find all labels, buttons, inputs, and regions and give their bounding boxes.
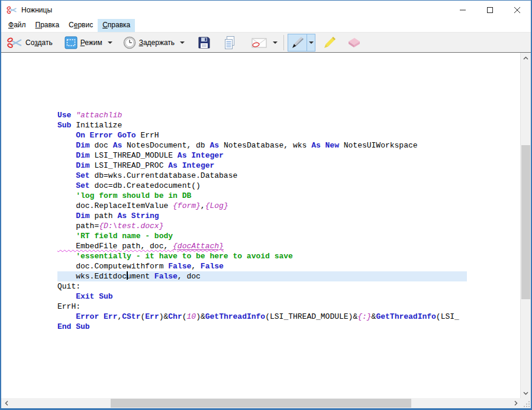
resize-grip-icon	[523, 401, 531, 408]
scroll-left-button[interactable]	[1, 398, 11, 408]
pen-button[interactable]	[288, 34, 307, 52]
horizontal-scroll-thumb[interactable]	[111, 399, 411, 408]
title-bar: Ножницы	[1, 1, 531, 19]
scissors-icon	[7, 36, 22, 50]
pen-tool-group	[288, 34, 315, 52]
toolbar: Создать Режим Задержать	[1, 32, 531, 53]
eraser-icon	[346, 36, 362, 49]
scroll-up-button[interactable]	[521, 53, 531, 63]
menu-tools[interactable]: Сервис	[64, 19, 98, 32]
horizontal-scrollbar-row	[1, 398, 531, 408]
code-line: doc.ReplaceItemValue {form},{Log}	[57, 201, 520, 211]
email-icon	[251, 36, 267, 50]
mode-dropdown-arrow[interactable]	[108, 41, 112, 44]
window-controls	[449, 1, 531, 19]
menu-help[interactable]: Справка	[98, 19, 135, 32]
snipping-tool-window: Ножницы Файл Правка Сервис Справка	[0, 0, 532, 410]
copy-button[interactable]	[220, 34, 239, 52]
email-dropdown-arrow[interactable]	[273, 41, 278, 44]
code-line: Set db=wks.Currentdatabase.Database	[57, 171, 520, 181]
mode-button[interactable]: Режим	[62, 34, 115, 51]
email-button[interactable]	[249, 34, 280, 52]
pen-dropdown-button[interactable]	[307, 34, 315, 52]
highlighter-icon	[323, 36, 337, 50]
save-icon	[198, 36, 211, 49]
code-line: Dim LSI_THREAD_PROC As Integer	[57, 161, 520, 171]
scroll-down-button[interactable]	[521, 388, 531, 398]
content-row: Use "attachlibSub Initialize On Error Go…	[1, 53, 531, 398]
horizontal-scroll-track[interactable]	[11, 398, 511, 408]
close-icon	[514, 7, 521, 14]
eraser-button[interactable]	[344, 34, 364, 51]
code-line: ErrH:	[57, 302, 520, 312]
code-line: 'essentially - it have to be here to avo…	[57, 251, 520, 261]
menu-bar: Файл Правка Сервис Справка	[1, 19, 531, 32]
mode-label: Режим	[80, 39, 102, 47]
highlighter-button[interactable]	[320, 34, 339, 52]
chevron-right-icon	[514, 401, 518, 406]
clock-icon	[123, 36, 136, 49]
mode-icon	[65, 36, 78, 49]
code-line: Sub Initialize	[57, 120, 520, 130]
save-button[interactable]	[195, 34, 213, 51]
resize-grip[interactable]	[521, 398, 531, 408]
minimize-button[interactable]	[449, 1, 476, 19]
delay-label: Задержать	[139, 39, 175, 47]
captured-code: Use "attachlibSub Initialize On Error Go…	[1, 53, 520, 332]
code-line: End Sub	[57, 322, 520, 332]
copy-icon	[223, 36, 237, 50]
code-line: Set doc=db.Createdocument()	[57, 181, 520, 191]
pen-dropdown-arrow	[309, 41, 314, 44]
snip-canvas[interactable]: Use "attachlibSub Initialize On Error Go…	[1, 53, 520, 398]
minimize-icon	[459, 7, 466, 14]
toolbar-separator	[283, 35, 284, 50]
pen-icon	[291, 36, 305, 50]
menu-edit[interactable]: Правка	[31, 19, 65, 32]
maximize-icon	[486, 7, 494, 14]
code-line: Use "attachlib	[57, 110, 520, 120]
code-line: Dim path As String	[57, 211, 520, 221]
close-button[interactable]	[504, 1, 531, 19]
window-title: Ножницы	[21, 6, 52, 14]
chevron-down-icon	[523, 392, 528, 395]
code-line: On Error GoTo ErrH	[57, 130, 520, 140]
code-line: 'RT field name - body	[57, 231, 520, 241]
code-line: Error Err,CStr(Err)&Chr(10)&GetThreadInf…	[57, 312, 520, 322]
code-line: Dim doc As NotesDocument, db As NotesDat…	[57, 140, 520, 150]
vertical-scrollbar[interactable]	[520, 53, 531, 398]
menu-file[interactable]: Файл	[4, 19, 31, 32]
chevron-left-icon	[5, 401, 8, 406]
code-line: Dim LSI_THREAD_MODULE As Integer	[57, 150, 520, 161]
code-line: wks.Editdocument False, doc	[57, 271, 520, 281]
new-snip-label: Создать	[25, 39, 53, 47]
code-line: path={D:\test.docx}	[57, 221, 520, 231]
code-line: 'log form should be in DB	[57, 191, 520, 201]
code-line: Exit Sub	[57, 292, 520, 302]
maximize-button[interactable]	[476, 1, 504, 19]
code-line: doc.Computewithform False, False	[57, 261, 520, 271]
vertical-scroll-track[interactable]	[521, 63, 531, 388]
chevron-up-icon	[523, 56, 528, 60]
main-area: Use "attachlibSub Initialize On Error Go…	[1, 53, 531, 408]
horizontal-scrollbar[interactable]	[1, 398, 521, 408]
code-line: Quit:	[57, 281, 520, 292]
delay-dropdown-arrow[interactable]	[180, 41, 185, 44]
new-snip-button[interactable]: Создать	[5, 34, 55, 52]
app-scissors-icon	[7, 5, 17, 15]
vertical-scroll-thumb[interactable]	[521, 145, 530, 299]
delay-button[interactable]: Задержать	[121, 34, 187, 51]
code-line: EmbedFile path, doc, {docAttach}	[57, 241, 520, 251]
scroll-right-button[interactable]	[511, 398, 521, 408]
